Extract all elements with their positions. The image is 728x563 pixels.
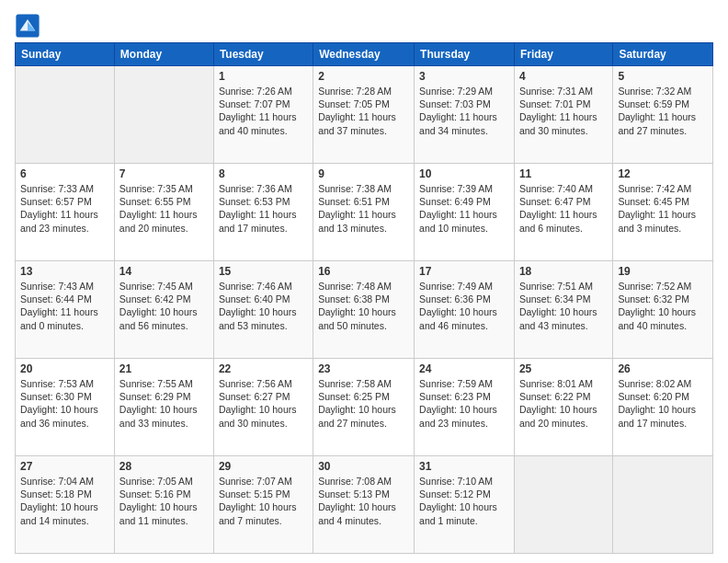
calendar-header-row: SundayMondayTuesdayWednesdayThursdayFrid… [16, 43, 713, 66]
calendar-cell: 10Sunrise: 7:39 AM Sunset: 6:49 PM Dayli… [415, 164, 515, 261]
day-info: Sunrise: 7:07 AM Sunset: 5:15 PM Dayligh… [219, 475, 308, 527]
day-of-week-header: Monday [114, 43, 213, 66]
page: SundayMondayTuesdayWednesdayThursdayFrid… [0, 0, 728, 563]
day-number: 1 [219, 70, 308, 83]
calendar-cell: 28Sunrise: 7:05 AM Sunset: 5:16 PM Dayli… [114, 456, 213, 554]
day-info: Sunrise: 7:48 AM Sunset: 6:38 PM Dayligh… [318, 280, 409, 332]
day-of-week-header: Tuesday [213, 43, 313, 66]
day-info: Sunrise: 7:38 AM Sunset: 6:51 PM Dayligh… [318, 182, 409, 235]
calendar-cell: 4Sunrise: 7:31 AM Sunset: 7:01 PM Daylig… [514, 66, 612, 164]
calendar-cell: 7Sunrise: 7:35 AM Sunset: 6:55 PM Daylig… [114, 164, 213, 261]
day-info: Sunrise: 7:42 AM Sunset: 6:45 PM Dayligh… [618, 182, 708, 235]
day-of-week-header: Friday [514, 43, 612, 66]
calendar-cell: 21Sunrise: 7:55 AM Sunset: 6:29 PM Dayli… [114, 359, 213, 456]
day-info: Sunrise: 7:36 AM Sunset: 6:53 PM Dayligh… [219, 182, 308, 235]
day-info: Sunrise: 7:08 AM Sunset: 5:13 PM Dayligh… [318, 475, 409, 527]
calendar-cell: 12Sunrise: 7:42 AM Sunset: 6:45 PM Dayli… [613, 164, 713, 261]
calendar-cell: 18Sunrise: 7:51 AM Sunset: 6:34 PM Dayli… [514, 261, 612, 359]
day-info: Sunrise: 7:40 AM Sunset: 6:47 PM Dayligh… [519, 182, 608, 235]
day-number: 13 [20, 265, 109, 278]
day-number: 7 [119, 167, 209, 180]
calendar-cell: 8Sunrise: 7:36 AM Sunset: 6:53 PM Daylig… [213, 164, 313, 261]
day-number: 27 [20, 460, 109, 473]
calendar-cell [114, 66, 213, 164]
day-info: Sunrise: 7:33 AM Sunset: 6:57 PM Dayligh… [20, 182, 109, 235]
calendar-cell: 19Sunrise: 7:52 AM Sunset: 6:32 PM Dayli… [613, 261, 713, 359]
day-info: Sunrise: 7:28 AM Sunset: 7:05 PM Dayligh… [318, 85, 409, 137]
day-number: 9 [318, 167, 409, 180]
day-info: Sunrise: 8:01 AM Sunset: 6:22 PM Dayligh… [519, 377, 608, 430]
calendar-cell: 2Sunrise: 7:28 AM Sunset: 7:05 PM Daylig… [313, 66, 415, 164]
calendar-cell: 16Sunrise: 7:48 AM Sunset: 6:38 PM Dayli… [313, 261, 415, 359]
calendar-cell [514, 456, 612, 554]
day-info: Sunrise: 7:32 AM Sunset: 6:59 PM Dayligh… [618, 85, 708, 137]
day-number: 22 [219, 362, 308, 375]
day-of-week-header: Sunday [16, 43, 115, 66]
calendar-cell: 11Sunrise: 7:40 AM Sunset: 6:47 PM Dayli… [514, 164, 612, 261]
day-of-week-header: Saturday [613, 43, 713, 66]
day-info: Sunrise: 7:45 AM Sunset: 6:42 PM Dayligh… [119, 280, 209, 332]
calendar-cell: 1Sunrise: 7:26 AM Sunset: 7:07 PM Daylig… [213, 66, 313, 164]
calendar-cell: 20Sunrise: 7:53 AM Sunset: 6:30 PM Dayli… [16, 359, 115, 456]
calendar-week-row: 6Sunrise: 7:33 AM Sunset: 6:57 PM Daylig… [16, 164, 713, 261]
day-info: Sunrise: 7:35 AM Sunset: 6:55 PM Dayligh… [119, 182, 209, 235]
calendar-cell [613, 456, 713, 554]
calendar-cell [16, 66, 115, 164]
day-info: Sunrise: 7:31 AM Sunset: 7:01 PM Dayligh… [519, 85, 608, 137]
calendar-cell: 6Sunrise: 7:33 AM Sunset: 6:57 PM Daylig… [16, 164, 115, 261]
day-of-week-header: Thursday [415, 43, 515, 66]
day-number: 28 [119, 460, 209, 473]
day-info: Sunrise: 7:05 AM Sunset: 5:16 PM Dayligh… [119, 475, 209, 527]
calendar-cell: 24Sunrise: 7:59 AM Sunset: 6:23 PM Dayli… [415, 359, 515, 456]
calendar-cell: 31Sunrise: 7:10 AM Sunset: 5:12 PM Dayli… [415, 456, 515, 554]
logo [15, 13, 44, 39]
day-number: 25 [519, 362, 608, 375]
calendar-cell: 13Sunrise: 7:43 AM Sunset: 6:44 PM Dayli… [16, 261, 115, 359]
day-info: Sunrise: 7:51 AM Sunset: 6:34 PM Dayligh… [519, 280, 608, 332]
calendar-cell: 15Sunrise: 7:46 AM Sunset: 6:40 PM Dayli… [213, 261, 313, 359]
day-info: Sunrise: 7:04 AM Sunset: 5:18 PM Dayligh… [20, 475, 109, 527]
day-number: 17 [419, 265, 509, 278]
day-info: Sunrise: 7:55 AM Sunset: 6:29 PM Dayligh… [119, 377, 209, 430]
day-number: 31 [419, 460, 509, 473]
day-info: Sunrise: 7:56 AM Sunset: 6:27 PM Dayligh… [219, 377, 308, 430]
calendar-cell: 5Sunrise: 7:32 AM Sunset: 6:59 PM Daylig… [613, 66, 713, 164]
day-number: 18 [519, 265, 608, 278]
header [15, 9, 713, 39]
day-number: 21 [119, 362, 209, 375]
calendar-cell: 30Sunrise: 7:08 AM Sunset: 5:13 PM Dayli… [313, 456, 415, 554]
calendar-cell: 17Sunrise: 7:49 AM Sunset: 6:36 PM Dayli… [415, 261, 515, 359]
day-number: 14 [119, 265, 209, 278]
day-number: 16 [318, 265, 409, 278]
day-number: 26 [618, 362, 708, 375]
day-number: 29 [219, 460, 308, 473]
day-number: 5 [618, 70, 708, 83]
calendar-cell: 9Sunrise: 7:38 AM Sunset: 6:51 PM Daylig… [313, 164, 415, 261]
day-info: Sunrise: 7:52 AM Sunset: 6:32 PM Dayligh… [618, 280, 708, 332]
day-number: 24 [419, 362, 509, 375]
day-number: 3 [419, 70, 509, 83]
day-info: Sunrise: 7:43 AM Sunset: 6:44 PM Dayligh… [20, 280, 109, 332]
day-number: 2 [318, 70, 409, 83]
day-info: Sunrise: 7:26 AM Sunset: 7:07 PM Dayligh… [219, 85, 308, 137]
day-number: 19 [618, 265, 708, 278]
calendar-cell: 14Sunrise: 7:45 AM Sunset: 6:42 PM Dayli… [114, 261, 213, 359]
calendar-week-row: 27Sunrise: 7:04 AM Sunset: 5:18 PM Dayli… [16, 456, 713, 554]
day-info: Sunrise: 7:29 AM Sunset: 7:03 PM Dayligh… [419, 85, 509, 137]
calendar-cell: 22Sunrise: 7:56 AM Sunset: 6:27 PM Dayli… [213, 359, 313, 456]
day-number: 15 [219, 265, 308, 278]
calendar-cell: 29Sunrise: 7:07 AM Sunset: 5:15 PM Dayli… [213, 456, 313, 554]
calendar-week-row: 20Sunrise: 7:53 AM Sunset: 6:30 PM Dayli… [16, 359, 713, 456]
day-number: 30 [318, 460, 409, 473]
day-info: Sunrise: 7:53 AM Sunset: 6:30 PM Dayligh… [20, 377, 109, 430]
day-number: 6 [20, 167, 109, 180]
calendar-cell: 23Sunrise: 7:58 AM Sunset: 6:25 PM Dayli… [313, 359, 415, 456]
calendar-week-row: 1Sunrise: 7:26 AM Sunset: 7:07 PM Daylig… [16, 66, 713, 164]
day-number: 4 [519, 70, 608, 83]
day-info: Sunrise: 8:02 AM Sunset: 6:20 PM Dayligh… [618, 377, 708, 430]
calendar-cell: 3Sunrise: 7:29 AM Sunset: 7:03 PM Daylig… [415, 66, 515, 164]
day-info: Sunrise: 7:49 AM Sunset: 6:36 PM Dayligh… [419, 280, 509, 332]
calendar-week-row: 13Sunrise: 7:43 AM Sunset: 6:44 PM Dayli… [16, 261, 713, 359]
calendar-cell: 27Sunrise: 7:04 AM Sunset: 5:18 PM Dayli… [16, 456, 115, 554]
calendar-table: SundayMondayTuesdayWednesdayThursdayFrid… [15, 42, 713, 554]
